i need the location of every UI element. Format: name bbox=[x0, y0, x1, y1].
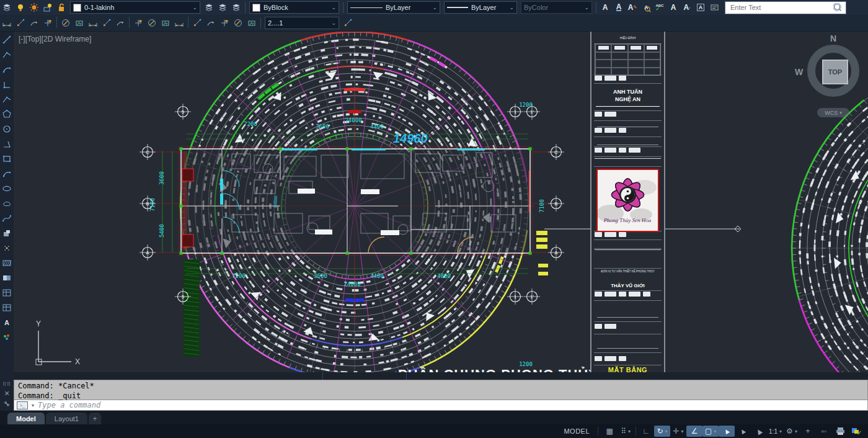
dim-diameter-icon[interactable] bbox=[86, 17, 100, 29]
layer-stack-3-icon[interactable] bbox=[229, 1, 243, 14]
search-icon[interactable] bbox=[833, 3, 842, 12]
ray-icon[interactable] bbox=[0, 47, 14, 62]
hatch-icon[interactable] bbox=[0, 256, 14, 270]
layer-stack-2-icon[interactable] bbox=[216, 1, 229, 14]
status-graphics-performance[interactable]: ✓ bbox=[848, 426, 864, 437]
polyline-icon[interactable] bbox=[0, 92, 14, 107]
dim-angular-icon[interactable] bbox=[59, 17, 73, 29]
customize-wrench-icon[interactable]: 🔧︎ bbox=[4, 400, 11, 408]
ucs-icon[interactable] bbox=[0, 77, 14, 92]
status-object-snap[interactable]: ▢▾ bbox=[702, 426, 719, 437]
dim-continue-icon[interactable] bbox=[145, 17, 159, 29]
dim-spacing-icon[interactable] bbox=[159, 17, 172, 29]
point-style-icon[interactable] bbox=[0, 241, 14, 256]
text-underline-a-icon[interactable]: A bbox=[612, 1, 626, 14]
ellipse-icon[interactable] bbox=[0, 181, 14, 196]
dim-flash-icon[interactable] bbox=[113, 17, 127, 29]
command-window[interactable]: Command: *Cancel* Command: _quit >_ ▾ Ty… bbox=[14, 380, 868, 411]
tab-model[interactable]: Model bbox=[7, 413, 45, 424]
dim-snap-icon[interactable] bbox=[73, 17, 86, 29]
color-dropdown[interactable]: ByBlock ⌄ bbox=[249, 1, 339, 14]
donut-icon[interactable] bbox=[0, 285, 14, 300]
find-text-icon[interactable]: A bbox=[639, 1, 653, 14]
close-icon[interactable]: ✕ bbox=[4, 390, 9, 398]
linetype-dropdown[interactable]: ByLayer ⌄ bbox=[347, 1, 440, 14]
dim-text-edit-icon[interactable] bbox=[231, 17, 245, 29]
boxed-text-icon[interactable]: A bbox=[694, 1, 707, 14]
arc-icon[interactable] bbox=[0, 62, 14, 77]
command-input-row[interactable]: >_ ▾ Type a command bbox=[14, 400, 868, 411]
text-color-a-icon[interactable]: A bbox=[666, 1, 680, 14]
viewcube-west[interactable]: W bbox=[795, 67, 803, 77]
arc2-icon[interactable] bbox=[0, 166, 14, 181]
circle-icon[interactable] bbox=[0, 122, 14, 136]
dim-baseline-icon[interactable] bbox=[131, 17, 145, 29]
viewcube-north[interactable]: N bbox=[830, 34, 836, 43]
chevron-down-icon[interactable]: ▾ bbox=[32, 403, 34, 408]
status-plot[interactable] bbox=[832, 426, 848, 437]
status-ortho-mode[interactable]: ∟ bbox=[638, 426, 654, 437]
block-insert-icon[interactable] bbox=[0, 226, 14, 241]
text-icon[interactable]: A bbox=[0, 315, 14, 330]
spell-check-icon[interactable]: ABC✓ bbox=[653, 1, 666, 14]
revcloud-icon[interactable] bbox=[0, 196, 14, 211]
dim-break-icon[interactable] bbox=[172, 17, 186, 29]
status-isodraft[interactable]: ✛▾ bbox=[670, 426, 686, 437]
dim-aligned-icon[interactable] bbox=[14, 17, 27, 29]
status-autosnap-marker[interactable]: ▲ bbox=[735, 426, 751, 437]
status-customization[interactable]: ⚙▾ bbox=[784, 426, 800, 437]
text-align-icon[interactable] bbox=[707, 1, 721, 14]
status-isolate-objects[interactable]: ▫◦ bbox=[816, 426, 832, 437]
model-space-viewport[interactable]: [-][Top][2D Wireframe] CBACBA5511'11'240… bbox=[14, 31, 868, 380]
status-polar-tracking[interactable]: ↻▾ bbox=[654, 426, 670, 437]
rect-icon[interactable] bbox=[0, 151, 14, 166]
status-grid-display[interactable]: ▦ bbox=[601, 426, 618, 437]
status-annotation-scale[interactable]: 1:1▾ bbox=[767, 426, 784, 437]
dim-linear-icon[interactable] bbox=[0, 17, 14, 29]
point-cloud-icon[interactable] bbox=[0, 330, 14, 345]
layer-properties-icon[interactable] bbox=[0, 1, 14, 14]
dim-refresh-icon[interactable] bbox=[245, 17, 259, 29]
model-space-indicator[interactable]: MODEL bbox=[559, 427, 595, 435]
dim-style-edit-icon[interactable] bbox=[341, 17, 355, 29]
viewcube[interactable]: N W TOP WCS ▾ bbox=[796, 35, 868, 128]
status-snap-mode[interactable]: ⠿▾ bbox=[618, 426, 634, 437]
new-layout-button[interactable]: + bbox=[89, 413, 101, 424]
status-selection-cycling[interactable]: ▲ bbox=[719, 426, 735, 437]
light-bulb-icon[interactable] bbox=[14, 1, 27, 14]
status-cursor-badge[interactable]: ▲ bbox=[751, 426, 767, 437]
tab-layout1[interactable]: Layout1 bbox=[46, 413, 87, 424]
sun-icon[interactable] bbox=[27, 1, 41, 14]
polygon-icon[interactable] bbox=[0, 107, 14, 122]
layer-freeze-icon[interactable] bbox=[41, 1, 55, 14]
dim-edit-icon[interactable] bbox=[204, 17, 218, 29]
viewport-controls-label[interactable]: [-][Top][2D Wireframe] bbox=[19, 35, 91, 43]
lineweight-dropdown[interactable]: ByLayer ⌄ bbox=[444, 1, 517, 14]
viewcube-top-face[interactable]: TOP bbox=[822, 60, 848, 84]
table-icon[interactable] bbox=[0, 300, 14, 315]
dim-update-icon[interactable] bbox=[190, 17, 204, 29]
wcs-menu[interactable]: WCS ▾ bbox=[817, 108, 849, 117]
text-edit-a-icon[interactable]: A✎︎ bbox=[626, 1, 639, 14]
status-object-snap-tracking[interactable]: ∠ bbox=[686, 426, 702, 437]
text-style-a-icon[interactable]: A bbox=[598, 1, 612, 14]
drag-grip-icon[interactable]: ⠿⠿ bbox=[2, 382, 11, 387]
layer-dropdown[interactable]: 0-1-lakinh ⌄ bbox=[70, 1, 200, 14]
dim-arc-icon[interactable] bbox=[27, 17, 41, 29]
find-text-input[interactable] bbox=[729, 3, 833, 12]
dim-style-dropdown[interactable]: 2....1 ⌄ bbox=[265, 17, 339, 29]
find-text-box[interactable] bbox=[725, 1, 846, 14]
status-crosshair[interactable]: + bbox=[800, 426, 816, 437]
garden-hatch bbox=[184, 259, 200, 357]
dim-center-icon[interactable] bbox=[218, 17, 231, 29]
gradient-icon[interactable] bbox=[0, 270, 14, 285]
layer-stack-1-icon[interactable] bbox=[202, 1, 216, 14]
line-icon[interactable] bbox=[0, 32, 14, 47]
dim-ordinate-icon[interactable] bbox=[41, 17, 55, 29]
unlock-icon[interactable] bbox=[55, 1, 68, 14]
angle-tool-icon[interactable] bbox=[0, 136, 14, 151]
dim-angle2-icon[interactable] bbox=[100, 17, 113, 29]
text-height-a-icon[interactable]: A▪ bbox=[680, 1, 694, 14]
spline-icon[interactable] bbox=[0, 211, 14, 226]
command-input-placeholder[interactable]: Type a command bbox=[38, 401, 100, 409]
